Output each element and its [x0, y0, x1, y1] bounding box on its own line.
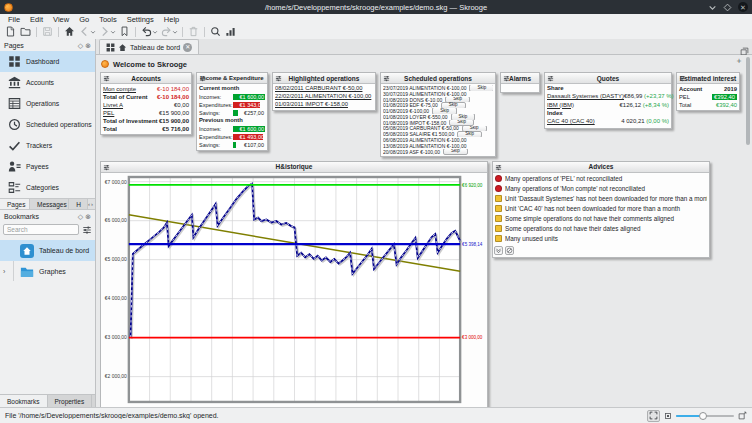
search-input[interactable] [3, 224, 79, 235]
advice-item[interactable]: Many operations of 'Mon compte' not reco… [495, 184, 707, 194]
highlighted-operation-link[interactable]: 22/02/2011 ALIMENTATION €-100,00 [275, 93, 373, 101]
minimize-button[interactable] [708, 3, 717, 12]
bookmark-graphes[interactable]: ›Graphes [0, 261, 95, 282]
bookmark-button[interactable] [117, 25, 132, 39]
panel-tab-pages[interactable]: Pages [0, 199, 30, 209]
window-title: /home/s/Developpements/skrooge/examples/… [0, 3, 752, 12]
configure-icon[interactable] [199, 75, 206, 82]
sidebar-item-scheduled-operations[interactable]: Scheduled operations [0, 114, 95, 135]
new-document-button[interactable] [3, 25, 18, 39]
close-button[interactable]: ✕ [738, 2, 748, 12]
quote-unit-link[interactable]: IBM (IBM) [547, 102, 574, 111]
expander-icon[interactable]: › [3, 268, 5, 275]
zoom-in-icon[interactable] [738, 411, 747, 420]
bottom-tab-bookmarks[interactable]: Bookmarks [0, 395, 48, 407]
svg-text:€5 000,00: €5 000,00 [105, 256, 127, 262]
advice-item[interactable]: Some operations do not have their dates … [495, 224, 707, 234]
sidebar-item-categories[interactable]: Categories [0, 177, 95, 198]
home-button[interactable] [62, 25, 77, 39]
highlighted-operation-link[interactable]: 01/03/2011 IMPOT €-158,00 [275, 101, 373, 109]
menu-settings[interactable]: Settings [122, 15, 159, 24]
quotes-group-header: Index [547, 110, 669, 118]
zoom-original-icon[interactable] [664, 412, 672, 420]
float-panel-icon[interactable]: ◇ [78, 42, 83, 49]
fit-page-button[interactable] [647, 410, 660, 422]
delete-button [186, 25, 201, 39]
quote-unit-link[interactable]: Dassault Systemes (DASTY) [547, 93, 624, 102]
configure-icon[interactable] [383, 75, 390, 82]
skip-button[interactable]: Skip [443, 149, 468, 155]
configure-icon[interactable] [103, 164, 110, 171]
advice-item[interactable]: Unit 'Dassault Systemes' has not been do… [495, 194, 707, 204]
advice-text: Many operations of 'PEL' not reconciliat… [505, 175, 622, 182]
tab-tableau-de-bord[interactable]: Tableau de bord ✕ [99, 39, 199, 54]
panel-tab-messages[interactable]: Messages [30, 199, 69, 209]
configure-icon[interactable] [547, 75, 554, 82]
sidebar-item-accounts[interactable]: Accounts [0, 72, 95, 93]
advice-text: Some operations do not have their dates … [505, 225, 640, 232]
scroll-right-icon[interactable]: › [91, 201, 93, 207]
open-folder-button[interactable] [18, 25, 33, 39]
dismiss-advice-button[interactable] [505, 246, 514, 255]
configure-icon[interactable] [679, 75, 686, 82]
tab-close-icon[interactable]: ✕ [183, 43, 192, 52]
menu-help[interactable]: Help [159, 15, 184, 24]
maximize-button[interactable] [723, 3, 732, 12]
quote-unit-link[interactable]: CAC 40 (CAC 40) [547, 118, 595, 127]
panel-tab-h[interactable]: H [69, 199, 88, 209]
account-row: Total€5 716,00 [103, 125, 189, 133]
skip-button[interactable]: Skip [469, 85, 493, 91]
advice-item[interactable]: Unit 'CAC 40' has not been downloaded fo… [495, 204, 707, 214]
account-name[interactable]: Mon compte [103, 86, 136, 92]
menu-view[interactable]: View [48, 15, 74, 24]
amount-bar: €1 343,00 [233, 102, 265, 109]
menu-go[interactable]: Go [74, 15, 94, 24]
home-icon [118, 43, 127, 52]
configure-icon[interactable] [503, 75, 510, 82]
zoom-slider[interactable] [676, 410, 734, 422]
configure-icon[interactable] [275, 75, 282, 82]
highlighted-operation-link[interactable]: 08/02/2011 CARBURANT €-50,00 [275, 85, 373, 93]
configure-icon[interactable] [103, 75, 110, 82]
sidebar-item-label: Scheduled operations [26, 121, 92, 128]
scroll-left-icon[interactable]: ‹ [88, 201, 90, 207]
account-name[interactable]: PEL [103, 110, 114, 116]
welcome-banner: Welcome to Skrooge [101, 58, 740, 70]
expand-advices-button[interactable] [494, 246, 503, 255]
sidebar-item-label: Operations [26, 100, 59, 107]
menu-edit[interactable]: Edit [25, 15, 48, 24]
statistics-button[interactable] [223, 25, 238, 39]
scrollbar-thumb[interactable] [746, 57, 750, 145]
advice-item[interactable]: Many unused units [495, 234, 707, 244]
sidebar-item-operations[interactable]: Operations [0, 93, 95, 114]
sidebar-item-dashboard[interactable]: Dashboard [0, 51, 95, 72]
advice-item[interactable]: Some simple operations do not have their… [495, 214, 707, 224]
amount-bar: €1 600,00 [233, 126, 265, 133]
undo-dropdown-icon[interactable] [152, 25, 159, 39]
estimated-value: €392,40 [716, 102, 737, 108]
quote-value: €126,12 (+8,34 %) [619, 102, 669, 111]
account-name[interactable]: Livret A [103, 102, 123, 108]
sidebar-item-label: Accounts [26, 79, 54, 86]
float-panel-icon[interactable]: ◇ [78, 213, 83, 220]
add-widget-button[interactable]: ＋ [735, 57, 743, 65]
close-panel-icon[interactable]: ⊗ [85, 42, 91, 49]
zoom-slider-handle[interactable] [699, 412, 707, 420]
close-panel-icon[interactable]: ⊗ [85, 213, 91, 220]
advice-item[interactable]: Many operations of 'PEL' not reconciliat… [495, 174, 707, 184]
sidebar-item-trackers[interactable]: Trackers [0, 135, 95, 156]
dashboard-scrollbar[interactable] [745, 57, 751, 405]
advices-widget: Advices Many operations of 'PEL' not rec… [492, 161, 710, 258]
scheduled-operation-link[interactable]: 20/08/2019 ASF €-100,00 [383, 149, 440, 155]
menu-tools[interactable]: Tools [94, 15, 122, 24]
bottom-tab-properties[interactable]: Properties [48, 395, 93, 407]
sidebar-item-payees[interactable]: Payees [0, 156, 95, 177]
filter-icon[interactable] [81, 224, 92, 235]
estimated-col-year: 2019 [724, 86, 737, 92]
menu-file[interactable]: File [3, 15, 25, 24]
bookmark-tableau-de-bord[interactable]: Tableau de bord [0, 240, 95, 261]
search-button[interactable] [208, 25, 223, 39]
dashboard-icon [106, 43, 115, 52]
save-button [40, 25, 55, 39]
configure-icon[interactable] [495, 164, 502, 171]
